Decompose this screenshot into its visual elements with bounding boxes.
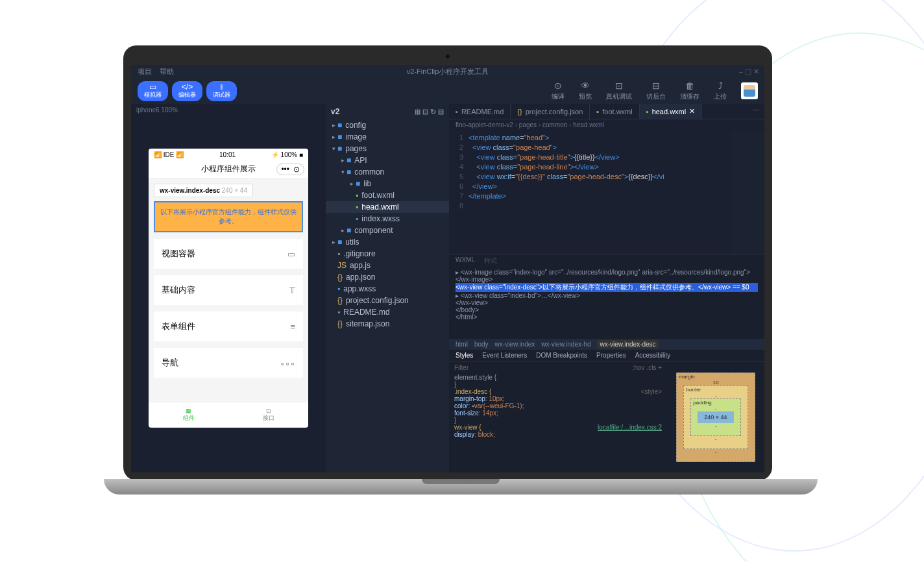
folder-utils[interactable]: ▸■utils	[326, 236, 449, 248]
project-root[interactable]: v2	[331, 107, 339, 116]
explorer-actions[interactable]: ⊞ ⊡ ↻ ⊟	[415, 108, 444, 116]
devtools-tab-wxml[interactable]: WXML	[456, 256, 475, 265]
folder-component[interactable]: ▸■component	[326, 225, 449, 236]
folder-image[interactable]: ▸■image	[326, 131, 449, 143]
mode-simulator[interactable]: ▭模拟器	[138, 81, 168, 101]
file-app-wxss[interactable]: ▪app.wxss	[326, 283, 449, 295]
remote-debug-button[interactable]: ⊡真机调试	[606, 80, 632, 101]
folder-api[interactable]: ▸■API	[326, 154, 449, 166]
upload-button[interactable]: ⤴上传	[714, 80, 727, 101]
tab-api[interactable]: ⊡接口	[228, 402, 308, 428]
tab-head-wxml[interactable]: ▪head.wxml✕	[640, 104, 702, 119]
editor-area: ▪README.md {}project.config.json ▪foot.w…	[449, 104, 764, 472]
clear-cache-button[interactable]: 🗑清缓存	[680, 80, 699, 101]
subtab-accessibility[interactable]: Accessibility	[635, 352, 670, 359]
minimap[interactable]	[732, 130, 764, 254]
dom-tree[interactable]: ▸ <wx-image class="index-logo" src="../r…	[449, 267, 764, 339]
folder-pages[interactable]: ▾■pages	[326, 143, 449, 154]
menu-help[interactable]: 帮助	[160, 67, 174, 77]
status-carrier: 📶 IDE 📶	[154, 151, 184, 158]
subtab-styles[interactable]: Styles	[456, 352, 473, 359]
tab-components[interactable]: ▦组件	[149, 402, 228, 428]
list-item[interactable]: 导航∘∘∘	[154, 348, 303, 378]
laptop-frame: 项目 帮助 v2-FinClip小程序开发工具 – ▢ ✕ ▭模拟器 </>编辑…	[104, 45, 792, 506]
menu-project[interactable]: 项目	[138, 67, 152, 77]
tab-readme[interactable]: ▪README.md	[449, 104, 511, 119]
list-item[interactable]: 表单组件≡	[154, 312, 303, 341]
tab-foot-wxml[interactable]: ▪foot.wxml	[590, 104, 639, 119]
close-icon[interactable]: ✕	[689, 107, 695, 116]
mode-debugger[interactable]: ⫴调试器	[206, 81, 237, 101]
preview-button[interactable]: 👁预览	[579, 80, 592, 101]
device-label: iphone6 100%	[131, 104, 326, 116]
status-time: 10:01	[219, 151, 236, 158]
highlighted-element: 以下将展示小程序官方组件能力，组件样式仅供参考。	[154, 201, 303, 232]
folder-lib[interactable]: ▸■lib	[326, 178, 449, 189]
tab-project-config[interactable]: {}project.config.json	[511, 104, 590, 119]
folder-config[interactable]: ▸■config	[326, 119, 449, 131]
file-app-json[interactable]: {} app.json	[326, 271, 449, 283]
subtab-listeners[interactable]: Event Listeners	[482, 352, 527, 359]
app-title: 小程序组件展示	[201, 164, 256, 175]
phone-preview[interactable]: 📶 IDE 📶 10:01 ⚡ 100% ■ 小程序组件展示 •••⊙ wx-v…	[149, 149, 308, 428]
file-project-config[interactable]: {} project.config.json	[326, 295, 449, 306]
dom-path[interactable]: htmlbodywx-view.indexwx-view.index-hdwx-…	[449, 339, 764, 350]
box-model: margin10 border- padding- 240 × 44 - - -	[667, 361, 764, 472]
styles-pane[interactable]: Filter:hov .cls + element.style { } .ind…	[449, 361, 667, 472]
background-button[interactable]: ⊟切后台	[646, 80, 666, 101]
mode-editor[interactable]: </>编辑器	[172, 81, 202, 101]
file-sitemap[interactable]: {} sitemap.json	[326, 318, 449, 330]
breadcrumb[interactable]: fino-applet-demo-v2pagescommonhead.wxml	[449, 119, 764, 130]
filter-input[interactable]: Filter	[454, 364, 468, 371]
file-app-js[interactable]: JS app.js	[326, 260, 449, 271]
window-controls[interactable]: – ▢ ✕	[739, 67, 764, 76]
toolbar: ▭模拟器 </>编辑器 ⫴调试器 ⊙编译 👁预览 ⊡真机调试 ⊟切后台 🗑清缓存…	[131, 78, 764, 104]
file-gitignore[interactable]: ▪.gitignore	[326, 248, 449, 260]
file-head-wxml[interactable]: ▪head.wxml	[326, 201, 449, 213]
file-readme[interactable]: ▪README.md	[326, 306, 449, 318]
list-item[interactable]: 视图容器▭	[154, 239, 303, 269]
ide-window: 项目 帮助 v2-FinClip小程序开发工具 – ▢ ✕ ▭模拟器 </>编辑…	[131, 65, 764, 472]
avatar[interactable]	[741, 82, 758, 99]
inspect-tooltip: wx-view.index-desc 240 × 44	[154, 184, 253, 197]
subtab-breakpoints[interactable]: DOM Breakpoints	[536, 352, 587, 359]
compile-button[interactable]: ⊙编译	[552, 80, 565, 101]
list-item[interactable]: 基础内容𝕋	[154, 275, 303, 305]
file-foot-wxml[interactable]: ▪foot.wxml	[326, 189, 449, 201]
file-index-wxss[interactable]: ▪index.wxss	[326, 213, 449, 225]
file-explorer: v2 ⊞ ⊡ ↻ ⊟ ▸■config ▸■image ▾■pages ▸■AP…	[326, 104, 449, 472]
tabs-more-icon[interactable]: ⋯	[747, 104, 764, 119]
folder-common[interactable]: ▾■common	[326, 166, 449, 178]
status-battery: ⚡ 100% ■	[271, 151, 303, 158]
devtools-panel: WXML样式 ▸ <wx-image class="index-logo" sr…	[449, 254, 764, 472]
capsule-menu[interactable]: •••⊙	[276, 164, 304, 175]
code-editor[interactable]: 12345678 <template name="head"> <view cl…	[449, 130, 764, 254]
subtab-properties[interactable]: Properties	[596, 352, 626, 359]
titlebar: 项目 帮助 v2-FinClip小程序开发工具 – ▢ ✕	[131, 65, 764, 78]
window-title: v2-FinClip小程序开发工具	[407, 67, 489, 77]
simulator-panel: iphone6 100% 📶 IDE 📶 10:01 ⚡ 100% ■ 小程序组…	[131, 104, 326, 472]
